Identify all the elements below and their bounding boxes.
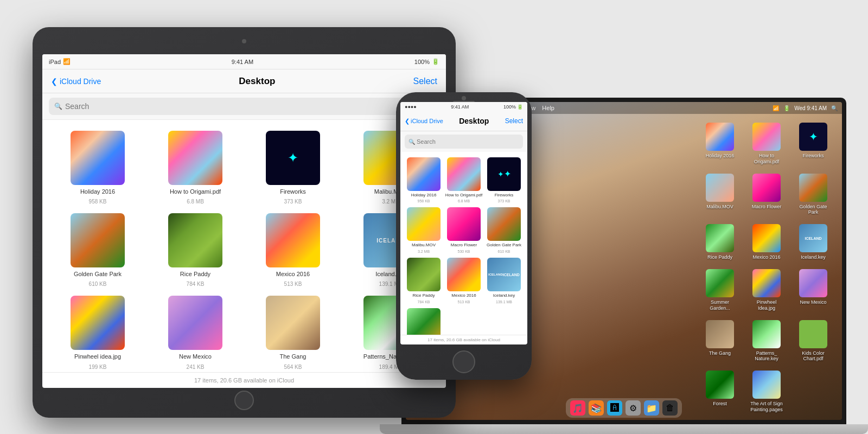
mac-file-macro[interactable]: Macro Flower (748, 174, 786, 216)
ipad-home-button[interactable] (234, 391, 254, 410)
iphone-search-icon: 🔍 (409, 138, 415, 144)
iphone-home-button[interactable] (452, 350, 475, 373)
mac-file-kids[interactable]: Kids Color Chart.pdf (794, 320, 832, 362)
ipad-filesize-gang: 564 KB (284, 364, 302, 370)
ipad-file-grid: Holiday 2016 958 KB How to Origami.pdf 6… (42, 120, 446, 372)
mac-file-fireworks[interactable]: Fireworks (794, 123, 832, 165)
dock-settings[interactable]: ⚙ (626, 400, 641, 416)
mac-desktop-icons: Holiday 2016 How to Origami.pdf Firework… (697, 118, 837, 417)
mac-file-holiday[interactable]: Holiday 2016 (701, 123, 739, 165)
mac-file-golden[interactable]: Golden Gate Park (794, 174, 832, 216)
ipad-thumb-origami (168, 131, 222, 185)
clock: Wed 9:41 AM (794, 105, 827, 111)
mac-file-gang[interactable]: The Gang (701, 320, 739, 362)
iphone-file-iceland[interactable]: ICELAND Iceland.key 139.1 MB (484, 256, 524, 306)
dock-finder[interactable]: 📁 (644, 400, 659, 416)
iphone-file-rice[interactable]: Rice Paddy 784 KB (404, 256, 444, 306)
ipad-file-golden[interactable]: Golden Gate Park 610 KB (49, 209, 146, 291)
iphone-filename-golden: Golden Gate Park (487, 242, 521, 248)
ipad-footer: 17 items, 20.6 GB available on iCloud (42, 372, 446, 388)
ipad-page-title: Desktop (101, 76, 413, 87)
iphone-file-golden[interactable]: Golden Gate Park 610 KB (484, 205, 524, 256)
iphone-filesize-mexico: 513 KB (458, 300, 470, 304)
ipad-filesize-rice: 784 KB (187, 281, 205, 287)
ipad-file-holiday[interactable]: Holiday 2016 958 KB (49, 126, 146, 209)
iphone-filesize-golden: 610 KB (498, 250, 510, 253)
iphone-thumb-fireworks: ✦ (487, 157, 521, 191)
iphone-filesize-origami: 6.8 MB (458, 199, 470, 203)
iphone-screen: ●●●● 9:41 AM 100% 🔋 ❮ iCloud Drive Deskt… (400, 102, 527, 344)
ipad-filename-newmexico: New Mexico (179, 353, 212, 360)
mac-thumb-forest (706, 371, 734, 399)
ipad-filename-holiday: Holiday 2016 (80, 188, 115, 195)
ipad-filesize-fireworks: 373 KB (284, 199, 302, 205)
mac-thumb-kids (799, 320, 827, 348)
mac-file-mexico[interactable]: Mexico 2016 (748, 224, 786, 260)
mac-file-origami[interactable]: How to Origami.pdf (748, 123, 786, 165)
iphone-file-malibu[interactable]: Malibu.MOV 3.2 MB (404, 205, 444, 256)
dock-books[interactable]: 📚 (589, 400, 604, 416)
iphone-file-macro[interactable]: Macro Flower 530 KB (444, 205, 484, 256)
mac-file-rice[interactable]: Rice Paddy (701, 224, 739, 260)
ipad-file-mexico[interactable]: Mexico 2016 513 KB (244, 209, 342, 291)
ipad-filename-origami: How to Origami.pdf (170, 188, 221, 195)
ipad-back-button[interactable]: ❮ iCloud Drive (51, 77, 101, 86)
ipad-navbar: ❮ iCloud Drive Desktop Select (42, 69, 446, 93)
mac-file-summer[interactable]: Summer Garden... (701, 269, 739, 311)
iphone-back-button[interactable]: ❮ iCloud Drive (405, 118, 443, 125)
iphone-statusbar: ●●●● 9:41 AM 100% 🔋 (400, 102, 527, 112)
iphone-footer: 17 items, 20.6 GB available on iCloud (400, 335, 527, 344)
ipad-file-fireworks[interactable]: Fireworks 373 KB (244, 126, 342, 209)
iphone-filename-fireworks: Fireworks (495, 193, 514, 198)
iphone-thumb-golden (487, 207, 521, 241)
mac-label-iceland: Iceland.key (801, 254, 826, 260)
iphone-search-input[interactable] (405, 135, 523, 149)
ipad-file-gang[interactable]: The Gang 564 KB (244, 291, 342, 372)
mac-file-newmexico[interactable]: New Mexico (794, 269, 832, 311)
mac-label-sign: The Art of Sign Painting.pages (748, 401, 785, 413)
mac-file-pinwheel[interactable]: Pinwheel Idea.jpg (748, 269, 786, 311)
iphone-file-mexico[interactable]: Mexico 2016 513 KB (444, 256, 484, 306)
ipad-file-origami[interactable]: How to Origami.pdf 6.8 MB (146, 126, 244, 209)
ipad-filesize-newmexico: 241 KB (187, 364, 205, 370)
iphone-select-button[interactable]: Select (505, 117, 523, 125)
mac-thumb-macro (752, 174, 781, 202)
dock-appstore[interactable]: 🅰 (607, 400, 622, 416)
iphone-file-summer[interactable]: Summer Garden... (404, 306, 444, 335)
iphone-body: ●●●● 9:41 AM 100% 🔋 ❮ iCloud Drive Deskt… (396, 92, 532, 380)
iphone-file-fireworks[interactable]: ✦ Fireworks 373 KB (484, 155, 524, 206)
ipad-filename-golden: Golden Gate Park (74, 271, 122, 278)
iphone-file-holiday[interactable]: Holiday 2016 958 KB (404, 155, 444, 206)
iphone-filesize-macro: 530 KB (458, 250, 470, 253)
iphone-filename-macro: Macro Flower (451, 242, 477, 248)
macbook-base (380, 424, 868, 434)
ipad-file-newmexico[interactable]: New Mexico 241 KB (146, 291, 244, 372)
mac-file-patterns[interactable]: Patterns_ Nature.key (748, 320, 786, 362)
dock-music[interactable]: 🎵 (570, 400, 585, 416)
mac-label-golden: Golden Gate Park (795, 204, 832, 216)
mac-file-sign[interactable]: The Art of Sign Painting.pages (748, 371, 786, 413)
ipad-file-rice[interactable]: Rice Paddy 784 KB (146, 209, 244, 291)
spotlight-icon[interactable]: 🔍 (831, 105, 838, 111)
mac-thumb-sign (752, 371, 781, 399)
menu-help[interactable]: Help (542, 105, 554, 111)
mac-label-patterns: Patterns_ Nature.key (748, 350, 785, 362)
mac-label-mexico: Mexico 2016 (752, 254, 780, 260)
mac-thumb-mexico (752, 224, 781, 252)
ipad-filename-pinwheel: Pinwheel idea.jpg (74, 353, 121, 360)
ipad-search-input[interactable] (49, 98, 439, 115)
mac-file-iceland[interactable]: Iceland.key (794, 224, 832, 260)
ipad-select-button[interactable]: Select (413, 76, 437, 86)
ipad-wifi-icon: 📶 (63, 58, 71, 65)
mac-file-forest[interactable]: Forest (701, 371, 739, 413)
dock-trash[interactable]: 🗑 (662, 400, 678, 416)
battery-icon: 🔋 (783, 105, 790, 111)
ipad-battery-icon: 🔋 (432, 58, 439, 65)
iphone-file-origami[interactable]: How to Origami.pdf 6.8 MB (444, 155, 484, 206)
iphone-battery: 100% (503, 104, 516, 110)
ipad-filesize-mexico: 513 KB (284, 281, 302, 287)
iphone-thumb-summer (407, 308, 441, 335)
ipad-content: iPad 📶 9:41 AM 100% 🔋 ❮ iCloud Drive Des… (42, 54, 446, 388)
mac-file-malibu[interactable]: Malibu.MOV (701, 174, 739, 216)
ipad-file-pinwheel[interactable]: Pinwheel idea.jpg 199 KB (49, 291, 146, 372)
